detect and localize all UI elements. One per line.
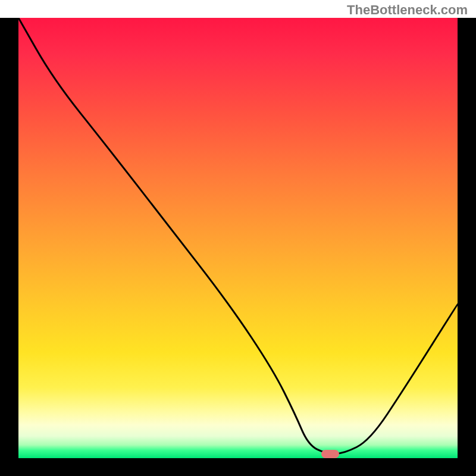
optimal-marker bbox=[321, 450, 339, 458]
chart-stage: TheBottleneck.com bbox=[0, 0, 476, 476]
plot-frame bbox=[0, 18, 476, 476]
watermark-label: TheBottleneck.com bbox=[347, 2, 468, 18]
bottleneck-curve bbox=[18, 18, 458, 458]
